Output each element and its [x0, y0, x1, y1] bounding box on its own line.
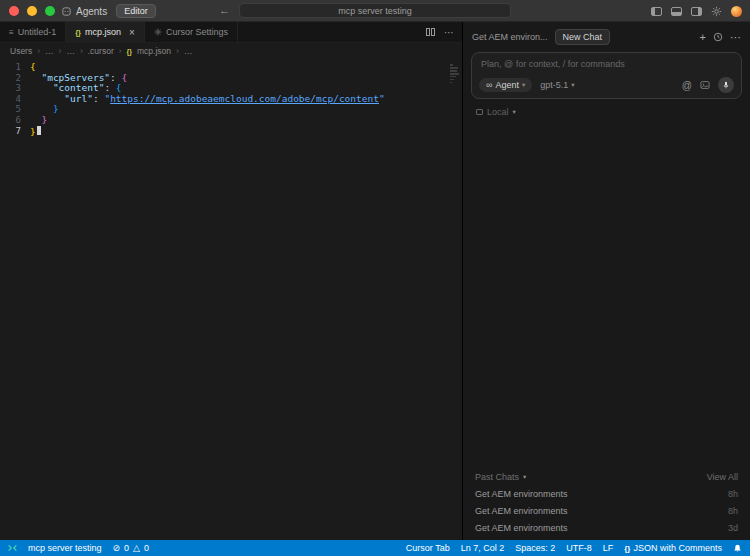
breadcrumb-item[interactable]: … — [66, 46, 75, 56]
encoding-status[interactable]: UTF-8 — [566, 543, 592, 553]
breadcrumb-separator-icon: › — [37, 46, 40, 56]
split-editor-icon[interactable] — [426, 28, 435, 36]
back-icon[interactable]: ← — [219, 4, 230, 16]
fullscreen-window-button[interactable] — [45, 6, 55, 16]
code-editor[interactable]: 1{2 "mcpServers": {3 "content": {4 "url"… — [0, 59, 462, 540]
agent-mode-selector[interactable]: ∞ Agent ▾ — [479, 78, 532, 92]
past-chats-title[interactable]: Past Chats — [475, 472, 519, 482]
code-line[interactable]: 7} — [0, 126, 462, 137]
breadcrumb-item[interactable]: … — [45, 46, 54, 56]
app-window: Agents Editor ← mcp server testing — [0, 0, 750, 556]
close-window-button[interactable] — [9, 6, 19, 16]
minimize-window-button[interactable] — [27, 6, 37, 16]
status-bar: mcp server testing ⊘ 0 △ 0 Cursor Tab Ln… — [0, 540, 750, 556]
past-chat-item[interactable]: Get AEM environments3d — [473, 519, 740, 536]
tab-bar-spacer — [238, 22, 426, 42]
notifications-bell-icon[interactable] — [733, 544, 742, 553]
breadcrumb-item[interactable]: Users — [10, 46, 32, 56]
past-chats-header: Past Chats ▾ View All — [473, 469, 740, 485]
json-file-icon: {} — [127, 48, 132, 55]
warnings-icon: △ — [133, 543, 140, 553]
image-attach-icon[interactable] — [700, 80, 710, 90]
tab-untitled[interactable]: ≡ Untitled-1 — [0, 22, 66, 42]
add-chat-plus-icon[interactable]: + — [700, 31, 706, 43]
toggle-panel-icon[interactable] — [671, 7, 682, 16]
cursor-tab-status[interactable]: Cursor Tab — [406, 543, 450, 553]
past-chat-title: Get AEM environments — [475, 523, 568, 533]
close-tab-icon[interactable]: × — [129, 27, 135, 38]
json-braces-icon: {} — [624, 544, 630, 553]
code-line[interactable]: 6 } — [0, 115, 462, 126]
view-all-link[interactable]: View All — [707, 472, 738, 482]
main-area: ≡ Untitled-1 {} mcp.json × Cursor Se — [0, 22, 750, 540]
context-selector[interactable]: Local ▾ — [476, 107, 737, 117]
minimap[interactable] — [450, 63, 460, 85]
chat-more-icon[interactable]: ⋯ — [730, 31, 741, 44]
model-selector[interactable]: gpt-5.1 ▾ — [540, 80, 574, 90]
past-chat-title: Get AEM environments — [475, 506, 568, 516]
problems-indicator[interactable]: ⊘ 0 △ 0 — [113, 543, 151, 553]
agents-icon — [62, 7, 71, 16]
editor-region: ≡ Untitled-1 {} mcp.json × Cursor Se — [0, 22, 462, 540]
text-cursor — [37, 126, 42, 136]
model-label: gpt-5.1 — [540, 80, 568, 90]
past-chats-list: Get AEM environments8hGet AEM environmen… — [473, 485, 740, 536]
past-chat-item[interactable]: Get AEM environments8h — [473, 502, 740, 519]
settings-icon — [154, 28, 162, 36]
line-number: 3 — [0, 83, 30, 94]
new-chat-button[interactable]: New Chat — [555, 29, 611, 45]
line-number: 7 — [0, 126, 30, 137]
toggle-secondary-sidebar-icon[interactable] — [691, 7, 702, 16]
chat-input-toolbar: ∞ Agent ▾ gpt-5.1 ▾ @ — [479, 77, 734, 93]
chat-history-icon[interactable] — [713, 32, 723, 42]
tab-label: Cursor Settings — [166, 27, 228, 37]
toggle-primary-sidebar-icon[interactable] — [651, 7, 662, 16]
indentation-status[interactable]: Spaces: 2 — [515, 543, 555, 553]
project-status-label[interactable]: mcp server testing — [28, 543, 102, 553]
titlebar-search[interactable]: mcp server testing — [239, 3, 511, 18]
code-line[interactable]: 4 "url": "https://mcp.adobeaemcloud.com/… — [0, 94, 462, 105]
chevron-down-icon: ▾ — [571, 81, 574, 89]
language-mode-status[interactable]: {} JSON with Comments — [624, 543, 722, 553]
breadcrumb-separator-icon: › — [80, 46, 83, 56]
errors-icon: ⊘ — [113, 543, 121, 553]
errors-count: 0 — [124, 543, 129, 553]
editor-tab[interactable]: Editor — [116, 4, 156, 18]
breadcrumb-separator-icon: › — [176, 46, 179, 56]
context-label: Local — [487, 107, 509, 117]
past-chat-time: 8h — [728, 506, 738, 516]
chevron-down-icon: ▾ — [513, 108, 516, 116]
file-icon: ≡ — [9, 28, 14, 37]
language-label: JSON with Comments — [633, 543, 722, 553]
tab-mcp-json[interactable]: {} mcp.json × — [66, 22, 145, 42]
account-avatar[interactable] — [731, 6, 742, 17]
line-number: 5 — [0, 104, 30, 115]
past-chat-item[interactable]: Get AEM environments8h — [473, 485, 740, 502]
code-line[interactable]: 5 } — [0, 104, 462, 115]
eol-status[interactable]: LF — [603, 543, 614, 553]
settings-gear-icon[interactable] — [711, 6, 722, 17]
tab-bar: ≡ Untitled-1 {} mcp.json × Cursor Se — [0, 22, 462, 43]
tab-cursor-settings[interactable]: Cursor Settings — [145, 22, 238, 42]
ai-chat-panel: Get AEM environ... New Chat + ⋯ ∞ Agent — [462, 22, 750, 540]
breadcrumb-separator-icon: › — [119, 46, 122, 56]
chat-input-box[interactable]: ∞ Agent ▾ gpt-5.1 ▾ @ — [471, 52, 742, 99]
mention-icon[interactable]: @ — [682, 80, 692, 91]
line-number: 4 — [0, 94, 30, 105]
warnings-count: 0 — [144, 543, 149, 553]
chat-tab-title[interactable]: Get AEM environ... — [472, 32, 548, 42]
local-context-icon — [476, 109, 483, 115]
search-value: mcp server testing — [338, 6, 412, 16]
chat-input[interactable] — [481, 59, 732, 69]
voice-input-button[interactable] — [718, 77, 734, 93]
breadcrumb-item[interactable]: .cursor — [88, 46, 114, 56]
past-chat-time: 3d — [728, 523, 738, 533]
breadcrumb: Users › … › … › .cursor › {} mcp.json › … — [0, 43, 462, 59]
cursor-position-status[interactable]: Ln 7, Col 2 — [461, 543, 505, 553]
remote-indicator-icon[interactable] — [8, 544, 17, 552]
window-controls — [9, 6, 55, 16]
breadcrumb-item[interactable]: mcp.json — [137, 46, 171, 56]
breadcrumb-item[interactable]: … — [184, 46, 193, 56]
agents-tab[interactable]: Agents — [76, 6, 107, 17]
editor-more-actions-icon[interactable]: ⋯ — [444, 27, 454, 38]
